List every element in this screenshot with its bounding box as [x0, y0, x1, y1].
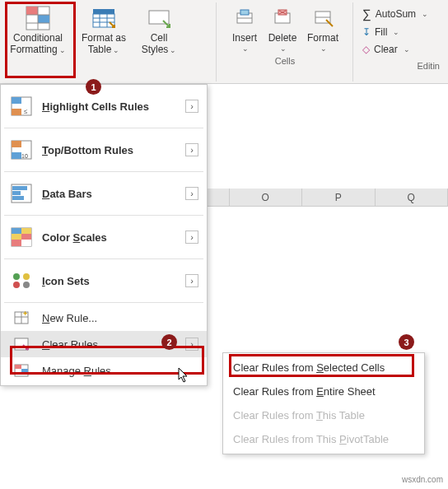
menu-databars-label: Data Bars	[42, 188, 185, 200]
format-as-table-icon	[91, 5, 117, 31]
svg-point-44	[23, 282, 30, 288]
highlight-box-1	[5, 2, 76, 78]
menu-color-scales[interactable]: Color Scales ›	[1, 217, 207, 257]
svg-rect-27	[12, 141, 21, 147]
fill-button[interactable]: ↧ Fill ⌄	[359, 25, 441, 40]
menu-data-bars[interactable]: Data Bars ›	[1, 174, 207, 213]
submenu-arrow-icon: ›	[185, 143, 198, 156]
cs-label-2: Styles⌄	[142, 44, 177, 56]
svg-rect-6	[93, 9, 114, 14]
fill-icon: ↧	[362, 26, 371, 38]
menu-colorscales-label: Color Scales	[42, 231, 185, 244]
fill-label: Fill	[375, 26, 387, 38]
editing-group-caption: Editin	[359, 59, 441, 72]
menu-icon-sets[interactable]: Icon Sets ›	[1, 261, 207, 300]
icon-sets-icon	[9, 269, 34, 292]
fat-label-2: Table⌄	[88, 44, 120, 56]
menu-top-bottom-rules[interactable]: 10 Top/Bottom Rules ›	[1, 130, 207, 170]
menu-iconsets-label: Icon Sets	[42, 275, 185, 287]
highlight-cells-icon: ≤	[9, 95, 34, 118]
format-label: Format	[307, 33, 338, 44]
svg-point-43	[13, 282, 20, 288]
menu-highlight-label: Highlight Cells Rules	[42, 100, 185, 113]
new-rule-icon: +	[9, 310, 34, 325]
cell-styles-icon	[146, 5, 172, 31]
delete-icon	[269, 5, 296, 31]
svg-text:10: 10	[21, 153, 28, 159]
svg-rect-23	[12, 97, 21, 104]
menu-topbottom-label: Top/Bottom Rules	[42, 144, 185, 156]
sigma-icon: ∑	[362, 7, 371, 21]
fat-label-1: Format as	[82, 33, 126, 44]
data-bars-icon	[9, 182, 34, 205]
cs-label-1: Cell	[151, 33, 168, 44]
watermark: wsxdn.com	[402, 475, 443, 484]
clear-label: Clear	[374, 44, 398, 55]
col-head-o[interactable]: O	[230, 189, 303, 206]
svg-rect-35	[12, 228, 21, 234]
svg-point-41	[13, 273, 20, 280]
svg-rect-12	[149, 11, 169, 24]
insert-icon	[231, 5, 258, 31]
svg-text:≤: ≤	[24, 108, 28, 115]
clear-rules-this-table: Clear Rules from This Table	[223, 403, 424, 427]
svg-rect-37	[12, 234, 21, 240]
svg-rect-40	[21, 240, 31, 246]
menu-highlight-cells-rules[interactable]: ≤ Highlight Cells Rules ›	[1, 86, 207, 126]
delete-label: Delete	[268, 33, 297, 44]
cell-styles-button[interactable]: Cell Styles⌄	[137, 2, 181, 58]
menu-newrule-label: New Rule...	[42, 312, 198, 324]
svg-text:+: +	[23, 310, 27, 318]
format-button[interactable]: Format ⌄	[301, 2, 344, 54]
callout-1: 1	[86, 79, 101, 95]
format-icon	[310, 5, 336, 31]
submenu-arrow-icon: ›	[185, 274, 198, 287]
svg-rect-39	[12, 240, 21, 246]
svg-rect-32	[12, 191, 21, 195]
callout-2: 2	[161, 334, 177, 350]
svg-rect-7	[93, 14, 114, 27]
cursor-icon	[178, 367, 191, 384]
editing-group: ∑ AutoSum ⌄ ↧ Fill ⌄ ◇ Clear ⌄ Editin	[356, 0, 445, 77]
col-head-p[interactable]: P	[302, 189, 376, 206]
svg-rect-33	[12, 196, 24, 200]
clear-rules-entire-sheet[interactable]: Clear Rules from Entire Sheet	[223, 380, 424, 403]
clear-button[interactable]: ◇ Clear ⌄	[359, 42, 441, 57]
insert-label: Insert	[232, 33, 257, 44]
cells-group: Insert ⌄ Delete ⌄ Format ⌄ Cells	[222, 0, 348, 68]
eraser-icon: ◇	[362, 44, 370, 55]
autosum-label: AutoSum	[376, 8, 416, 20]
insert-button[interactable]: Insert ⌄	[226, 2, 264, 54]
svg-rect-36	[21, 228, 31, 234]
top-bottom-icon: 10	[9, 138, 34, 161]
svg-rect-14	[240, 10, 249, 15]
submenu-arrow-icon: ›	[185, 100, 198, 113]
submenu-arrow-icon: ›	[185, 231, 198, 244]
clear-rules-this-pivot: Clear Rules from This PivotTable	[223, 427, 424, 451]
svg-rect-28	[12, 152, 21, 159]
highlight-box-2	[10, 346, 204, 375]
autosum-button[interactable]: ∑ AutoSum ⌄	[359, 5, 441, 22]
svg-rect-31	[12, 186, 27, 190]
menu-new-rule[interactable]: + New Rule...	[1, 305, 207, 331]
submenu-arrow-icon: ›	[185, 187, 198, 200]
cells-group-caption: Cells	[275, 54, 295, 68]
svg-rect-38	[21, 234, 31, 240]
svg-rect-24	[12, 109, 21, 115]
callout-3: 3	[399, 334, 414, 350]
delete-button[interactable]: Delete ⌄	[264, 2, 301, 54]
format-as-table-button[interactable]: Format as Table⌄	[76, 2, 132, 58]
color-scales-icon	[9, 226, 34, 249]
highlight-box-3	[229, 354, 414, 377]
svg-point-42	[23, 273, 30, 280]
col-head-q[interactable]: Q	[376, 189, 449, 206]
